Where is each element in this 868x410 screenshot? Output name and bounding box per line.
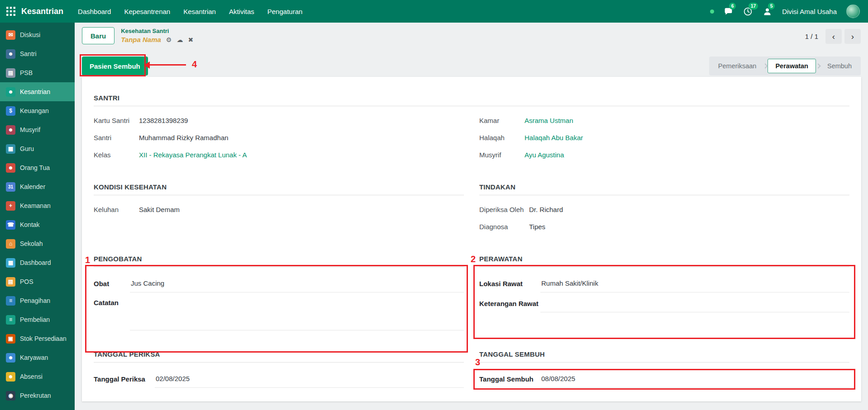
- tanggal-sembuh-group: Tanggal Sembuh 08/08/2025: [479, 368, 849, 388]
- sidebar-item-karyawan[interactable]: ☻Karyawan: [0, 348, 75, 367]
- santri-icon: ☻: [6, 49, 15, 59]
- sidebar-item-penagihan[interactable]: ≡Penagihan: [0, 291, 75, 310]
- pager-count: 1 / 1: [805, 33, 818, 40]
- sidebar-item-label: Kesantrian: [20, 88, 50, 95]
- requests-person-icon[interactable]: 5: [763, 6, 773, 16]
- sidebar-item-stok-persediaan[interactable]: ▣Stok Persediaan: [0, 329, 75, 348]
- field-label: Catatan: [94, 292, 130, 311]
- activities-clock-icon[interactable]: 17: [743, 6, 753, 16]
- menu-aktivitas[interactable]: Aktivitas: [229, 8, 254, 15]
- field-label: Keterangan Rawat: [479, 300, 540, 312]
- stage-perawatan[interactable]: Perawatan: [768, 59, 816, 73]
- sidebar-item-label: Guru: [20, 145, 34, 152]
- sidebar-item-kalender[interactable]: 31Kalender: [0, 177, 75, 196]
- keterangan-rawat-input[interactable]: [540, 306, 849, 312]
- online-status-dot: [710, 9, 714, 14]
- field-value-link[interactable]: Halaqah Abu Bakar: [525, 134, 583, 141]
- stok-persediaan-icon: ▣: [6, 334, 15, 344]
- field-label: Keluhan: [94, 206, 139, 213]
- field-tanggal-sembuh: Tanggal Sembuh 08/08/2025: [479, 368, 849, 388]
- sidebar-item-label: Dashboard: [20, 259, 51, 266]
- field-label: Musyrif: [479, 151, 525, 159]
- obat-input[interactable]: Jus Cacing: [130, 279, 464, 292]
- field-label: Diagnosa: [479, 223, 529, 231]
- sidebar-item-absensi[interactable]: ☻Absensi: [0, 367, 75, 386]
- menu-dashboard[interactable]: Dashboard: [78, 8, 111, 15]
- apps-menu-icon[interactable]: [6, 7, 15, 16]
- field-value[interactable]: 1238281398239: [139, 117, 188, 124]
- field-value-link[interactable]: XII - Rekayasa Perangkat Lunak - A: [139, 151, 247, 159]
- save-cloud-icon[interactable]: ☁: [176, 36, 183, 43]
- sidebar-item-diskusi[interactable]: ✉Diskusi: [0, 25, 75, 44]
- field-value-link[interactable]: Ayu Agustina: [525, 151, 564, 159]
- pembelian-icon: ≡: [6, 315, 15, 325]
- kondisi-group: Keluhan Sakit Demam: [94, 201, 464, 218]
- field-value[interactable]: Sakit Demam: [139, 206, 180, 213]
- catatan-input[interactable]: [130, 324, 464, 330]
- sidebar-item-pos[interactable]: ▤POS: [0, 272, 75, 291]
- sidebar-item-perekrutan[interactable]: ◉Perekrutan: [0, 386, 75, 405]
- breadcrumb-current: Tanpa Nama: [121, 36, 161, 43]
- pager-next-button[interactable]: ›: [844, 29, 861, 44]
- field-value[interactable]: Muhammad Rizky Ramadhan: [139, 134, 229, 141]
- pager: 1 / 1 ‹ ›: [805, 29, 861, 44]
- top-menu: Dashboard Kepesantrenan Kesantrian Aktiv…: [78, 8, 302, 15]
- section-pengobatan-heading: PENGOBATAN: [94, 255, 464, 267]
- sidebar-item-keamanan[interactable]: +Keamanan: [0, 196, 75, 215]
- orang-tua-icon: ☻: [6, 163, 15, 173]
- field-kamar: Kamar Asrama Ustman: [479, 112, 849, 129]
- sidebar-item-sekolah[interactable]: ⌂Sekolah: [0, 234, 75, 253]
- settings-gear-icon[interactable]: ⚙: [166, 36, 172, 43]
- menu-kepesantrenan[interactable]: Kepesantrenan: [124, 8, 170, 15]
- field-kelas: Kelas XII - Rekayasa Perangkat Lunak - A: [94, 146, 464, 163]
- field-keluhan: Keluhan Sakit Demam: [94, 201, 464, 218]
- stage-sembuh[interactable]: Sembuh: [820, 62, 858, 70]
- sidebar-item-label: POS: [20, 278, 33, 285]
- perekrutan-icon: ◉: [6, 391, 15, 401]
- sidebar-item-keuangan[interactable]: $Keuangan: [0, 101, 75, 120]
- app-brand[interactable]: Kesantrian: [21, 7, 63, 16]
- tanggal-sembuh-input[interactable]: 08/08/2025: [540, 375, 849, 388]
- sidebar-item-psb[interactable]: ▤PSB: [0, 63, 75, 82]
- pasien-sembuh-button[interactable]: Pasien Sembuh: [82, 57, 148, 75]
- messages-icon[interactable]: 6: [724, 6, 734, 16]
- sidebar-item-label: Kalender: [20, 183, 45, 190]
- tindakan-group: Diperiksa Oleh Dr. Richard Diagnosa Tipe…: [479, 201, 849, 235]
- field-value[interactable]: Tipes: [529, 223, 545, 231]
- menu-pengaturan[interactable]: Pengaturan: [267, 8, 303, 15]
- lokasi-rawat-input[interactable]: Rumah Sakit/Klinik: [540, 279, 849, 292]
- keuangan-icon: $: [6, 106, 15, 116]
- field-value[interactable]: Dr. Richard: [529, 206, 563, 213]
- section-santri-heading: SANTRI: [94, 94, 849, 106]
- form-statusbar: Pasien Sembuh Pemeriksaan Perawatan Semb…: [75, 55, 868, 77]
- menu-kesantrian[interactable]: Kesantrian: [183, 8, 216, 15]
- pager-previous-button[interactable]: ‹: [825, 29, 842, 44]
- kontak-icon: ☎: [6, 220, 15, 230]
- field-santri: Santri Muhammad Rizky Ramadhan: [94, 129, 464, 146]
- field-musyrif: Musyrif Ayu Agustina: [479, 146, 849, 163]
- field-label: Santri: [94, 134, 139, 141]
- perawatan-group: Lokasi Rawat Rumah Sakit/Klinik Keterang…: [479, 273, 849, 312]
- kesantrian-icon: ☻: [6, 87, 15, 97]
- sidebar-item-guru[interactable]: ▦Guru: [0, 139, 75, 158]
- field-obat: Obat Jus Cacing: [94, 273, 464, 292]
- sidebar-item-musyrif[interactable]: ☻Musyrif: [0, 120, 75, 139]
- field-value-link[interactable]: Asrama Ustman: [525, 117, 573, 124]
- avatar[interactable]: [846, 5, 860, 18]
- sidebar-item-dashboard[interactable]: ▦Dashboard: [0, 253, 75, 272]
- pos-icon: ▤: [6, 277, 15, 287]
- sidebar-item-pembelian[interactable]: ≡Pembelian: [0, 310, 75, 329]
- sidebar-item-santri[interactable]: ☻Santri: [0, 44, 75, 63]
- breadcrumb-parent[interactable]: Kesehatan Santri: [121, 28, 193, 34]
- discard-close-icon[interactable]: ✖: [188, 36, 193, 43]
- new-record-button[interactable]: Baru: [82, 27, 114, 44]
- absensi-icon: ☻: [6, 372, 15, 382]
- sidebar-item-kesantrian[interactable]: ☻Kesantrian: [0, 82, 75, 101]
- sidebar-item-orang-tua[interactable]: ☻Orang Tua: [0, 158, 75, 177]
- sidebar-item-kontak[interactable]: ☎Kontak: [0, 215, 75, 234]
- tanggal-periksa-input[interactable]: 02/08/2025: [155, 375, 464, 388]
- section-perawatan-heading: PERAWATAN: [479, 255, 849, 267]
- user-menu[interactable]: Divisi Amal Usaha: [782, 8, 837, 15]
- stage-pemeriksaan[interactable]: Pemeriksaan: [711, 62, 763, 70]
- santri-right-group: Kamar Asrama Ustman Halaqah Halaqah Abu …: [479, 112, 849, 163]
